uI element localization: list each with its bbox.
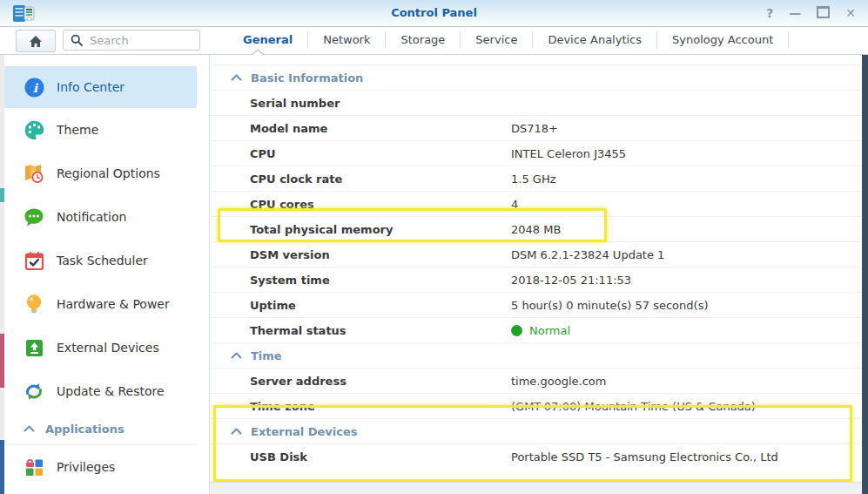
- info-row-system-time: System time 2018-12-05 21:11:53: [211, 267, 862, 292]
- sidebar: i Info Center Theme: [4, 54, 210, 494]
- row-value: Normal: [529, 324, 570, 337]
- row-value: DSM 6.2.1-23824 Update 1: [511, 248, 664, 261]
- sidebar-item-task-scheduler[interactable]: Task Scheduler: [4, 239, 209, 282]
- sidebar-item-theme[interactable]: Theme: [4, 108, 209, 152]
- sidebar-item-label: Privileges: [57, 460, 115, 474]
- maximize-icon[interactable]: [817, 6, 830, 20]
- row-label: Server address: [211, 375, 511, 388]
- info-row-time-zone: Time zone (GMT-07:00) Mountain Time (US …: [211, 393, 862, 418]
- sidebar-item-label: Theme: [57, 123, 98, 137]
- chevron-up-icon: [231, 74, 242, 81]
- home-icon: [29, 35, 43, 48]
- row-label: Serial number: [211, 97, 511, 110]
- tab-device-analytics[interactable]: Device Analytics: [532, 31, 656, 49]
- row-label: Thermal status: [211, 324, 511, 337]
- row-label: USB Disk: [211, 450, 511, 464]
- row-value: (GMT-07:00) Mountain Time (US & Canada): [511, 400, 756, 413]
- calendar-check-icon: [24, 250, 44, 271]
- info-row-total-physical-memory: Total physical memory 2048 MB: [211, 216, 862, 241]
- home-button[interactable]: [16, 30, 56, 52]
- sidebar-item-update-restore[interactable]: Update & Restore: [4, 369, 209, 413]
- search-input[interactable]: [88, 33, 192, 48]
- sync-arrows-icon: [24, 381, 44, 402]
- row-label: Uptime: [211, 299, 511, 312]
- row-value: 5 hour(s) 0 minute(s) 57 second(s): [511, 299, 708, 312]
- section-header-time[interactable]: Time: [211, 342, 862, 368]
- info-row-dsm-version: DSM version DSM 6.2.1-23824 Update 1: [211, 241, 862, 267]
- help-icon[interactable]: ?: [766, 7, 773, 19]
- info-row-usb-disk: USB Disk Portable SSD T5 - Samsung Elect…: [211, 443, 862, 469]
- lightbulb-icon: [24, 294, 44, 315]
- sidebar-item-external-devices[interactable]: External Devices: [4, 326, 209, 369]
- sidebar-item-label: Info Center: [57, 80, 124, 94]
- desktop-edge-right: [862, 54, 868, 494]
- sidebar-item-regional-options[interactable]: Regional Options: [4, 152, 209, 195]
- sidebar-item-notification[interactable]: Notification: [4, 195, 209, 239]
- row-value: 4: [511, 198, 518, 211]
- row-label: Total physical memory: [211, 223, 511, 236]
- tab-general[interactable]: General: [228, 31, 307, 49]
- info-row-thermal-status: Thermal status Normal: [211, 317, 862, 342]
- row-label: CPU clock rate: [211, 173, 511, 186]
- sidebar-item-info-center[interactable]: i Info Center: [4, 66, 197, 108]
- info-row-serial-number: Serial number: [211, 90, 862, 115]
- row-label: CPU cores: [211, 198, 511, 211]
- chevron-up-icon: [231, 352, 242, 359]
- row-label: DSM version: [211, 248, 511, 261]
- search-icon: [71, 34, 83, 46]
- info-row-cpu-clock-rate: CPU clock rate 1.5 GHz: [211, 166, 862, 191]
- tab-bar: General Network Storage Service Device A…: [228, 26, 789, 54]
- sidebar-item-label: Update & Restore: [57, 384, 165, 398]
- palette-icon: [24, 119, 44, 140]
- section-header-basic-information[interactable]: Basic Information: [211, 64, 862, 90]
- headerbar: General Network Storage Service Device A…: [0, 26, 868, 55]
- sidebar-item-label: Task Scheduler: [57, 254, 148, 267]
- minimize-icon[interactable]: —: [789, 7, 801, 19]
- row-value: 2048 MB: [511, 223, 561, 236]
- sidebar-item-label: Regional Options: [57, 166, 160, 180]
- section-title: Basic Information: [251, 71, 363, 85]
- section-header-external-devices[interactable]: External Devices: [211, 418, 862, 443]
- tab-network[interactable]: Network: [307, 31, 385, 49]
- section-title: Time: [251, 349, 282, 362]
- sidebar-item-label: Hardware & Power: [57, 297, 170, 311]
- info-row-uptime: Uptime 5 hour(s) 0 minute(s) 57 second(s…: [211, 292, 862, 317]
- tab-synology-account[interactable]: Synology Account: [656, 31, 789, 49]
- row-label: System time: [211, 274, 511, 287]
- info-center-general-panel: Basic Information Serial number Model na…: [211, 54, 862, 482]
- row-label: Model name: [211, 122, 511, 135]
- sidebar-section-label: Applications: [45, 423, 124, 436]
- selected-tab-notch: [251, 49, 265, 55]
- info-row-model-name: Model name DS718+: [211, 115, 862, 140]
- titlebar: Control Panel ? — ✕: [0, 0, 868, 27]
- sidebar-item-hardware-power[interactable]: Hardware & Power: [4, 282, 209, 326]
- usb-eject-icon: [24, 337, 44, 358]
- window-title: Control Panel: [0, 0, 868, 26]
- info-row-cpu: CPU INTEL Celeron J3455: [211, 140, 862, 166]
- row-value: 2018-12-05 21:11:53: [511, 274, 631, 287]
- row-value: time.google.com: [511, 375, 606, 388]
- tab-storage[interactable]: Storage: [385, 31, 460, 49]
- sidebar-item-privileges[interactable]: Privileges: [4, 445, 209, 489]
- close-icon[interactable]: ✕: [845, 7, 856, 19]
- chevron-up-icon: [24, 425, 35, 432]
- map-clock-icon: [24, 163, 44, 184]
- sidebar-item-label: Notification: [57, 210, 126, 224]
- row-label: Time zone: [211, 400, 511, 413]
- row-value: 1.5 GHz: [511, 173, 555, 186]
- search-box[interactable]: [63, 30, 200, 51]
- tab-service[interactable]: Service: [460, 31, 532, 49]
- sidebar-item-label: External Devices: [57, 341, 159, 355]
- info-row-cpu-cores: CPU cores 4: [211, 191, 862, 216]
- sidebar-section-applications[interactable]: Applications: [4, 413, 197, 445]
- app-grid-lock-icon: [24, 457, 44, 477]
- row-value: DS718+: [511, 122, 558, 135]
- section-title: External Devices: [251, 425, 358, 438]
- row-value: INTEL Celeron J3455: [511, 147, 626, 160]
- info-icon: i: [24, 77, 44, 98]
- row-value: Portable SSD T5 - Samsung Electronics Co…: [511, 450, 778, 464]
- row-label: CPU: [211, 147, 511, 160]
- speech-bubble-icon: [24, 206, 44, 227]
- info-row-server-address: Server address time.google.com: [211, 368, 862, 393]
- chevron-up-icon: [231, 428, 242, 435]
